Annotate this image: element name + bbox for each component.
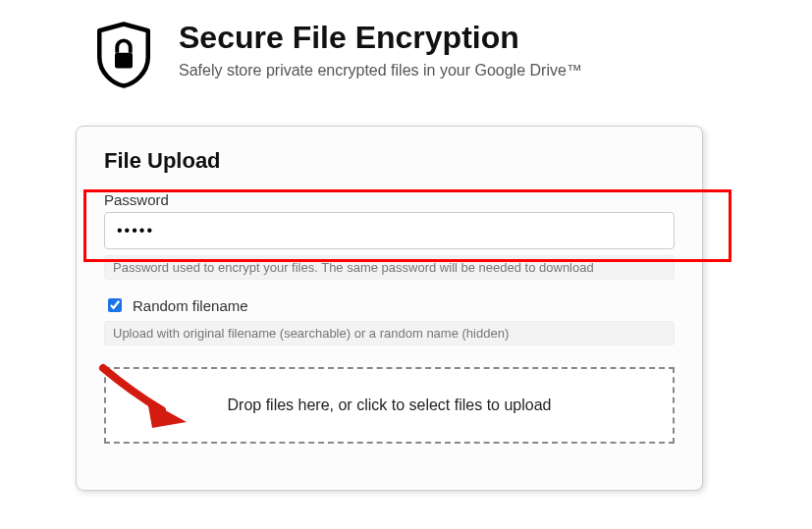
shield-lock-icon <box>88 20 159 90</box>
password-hint: Password used to encrypt your files. The… <box>104 255 675 280</box>
upload-card: File Upload Password Password used to en… <box>76 126 703 491</box>
dropzone-text: Drop files here, or click to select file… <box>228 397 552 414</box>
password-label: Password <box>104 191 675 208</box>
svg-rect-0 <box>115 53 133 69</box>
random-filename-hint: Upload with original filename (searchabl… <box>104 321 675 345</box>
app-subtitle: Safely store private encrypted files in … <box>179 62 582 79</box>
file-dropzone[interactable]: Drop files here, or click to select file… <box>104 367 675 444</box>
random-filename-checkbox[interactable] <box>108 298 122 312</box>
random-filename-label: Random filename <box>133 297 248 314</box>
password-input[interactable] <box>104 212 675 249</box>
card-title: File Upload <box>104 148 675 174</box>
app-title: Secure File Encryption <box>179 20 582 56</box>
app-header: Secure File Encryption Safely store priv… <box>0 0 812 90</box>
